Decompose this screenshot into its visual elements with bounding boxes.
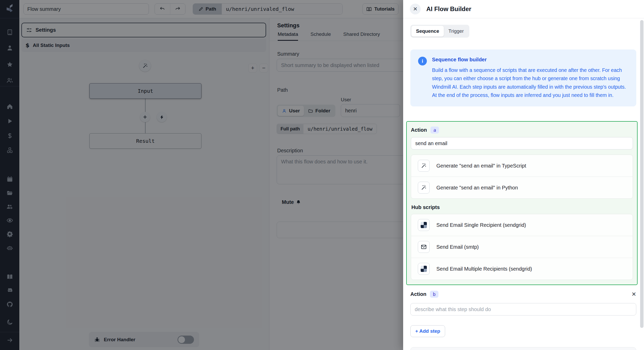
sequence-info-box: i Sequence flow builder Build a flow wit… [410, 49, 636, 106]
info-title: Sequence flow builder [432, 57, 628, 63]
ai-mode-tabs: Sequence Trigger [410, 25, 469, 38]
tab-trigger[interactable]: Trigger [444, 26, 468, 37]
remove-step-button[interactable]: ✕ [632, 291, 636, 298]
close-icon: ✕ [413, 6, 418, 12]
hub-scripts-header: Hub scripts [411, 204, 633, 210]
mail-icon [418, 241, 430, 253]
info-content: Sequence flow builder Build a flow with … [432, 57, 628, 99]
info-icon: i [418, 57, 427, 65]
action-b-header: Action b ✕ [410, 291, 636, 298]
hub-script-label: Send Email Single Recipient (sendgrid) [436, 222, 526, 228]
ai-flow-builder-panel: ✕ AI Flow Builder Sequence Trigger i Seq… [403, 0, 644, 350]
drawer-dim-overlay[interactable] [0, 0, 403, 350]
generate-suggestions-list: Generate "send an email" in TypeScript G… [411, 155, 633, 199]
suggestion-label: Generate "send an email" in TypeScript [436, 163, 526, 169]
action-a-label: Action [411, 127, 427, 133]
action-b-badge: b [430, 291, 438, 298]
add-step-button[interactable]: + Add step [410, 325, 445, 337]
suggestion-label: Generate "send an email" in Python [436, 185, 518, 191]
hub-scripts-list: Send Email Single Recipient (sendgrid) S… [411, 214, 633, 280]
list-item[interactable]: Generate "send an email" in TypeScript [411, 155, 633, 177]
add-step-label: + Add step [415, 328, 440, 334]
list-item[interactable]: Send Email (smtp) [411, 236, 633, 258]
tab-sequence[interactable]: Sequence [411, 26, 444, 37]
action-a-header: Action a [411, 126, 633, 134]
list-item[interactable]: Send Email Multiple Recipients (sendgrid… [411, 258, 633, 280]
close-button[interactable]: ✕ [410, 4, 421, 14]
sendgrid-icon [418, 263, 430, 275]
sendgrid-icon [418, 219, 430, 231]
ai-panel-title: AI Flow Builder [426, 5, 471, 13]
hub-script-label: Send Email (smtp) [436, 244, 479, 250]
wand-sparkles-icon [418, 182, 430, 194]
action-a-badge: a [430, 127, 439, 134]
list-item[interactable]: Send Email Single Recipient (sendgrid) [411, 214, 633, 236]
action-a-query-input[interactable] [411, 137, 633, 149]
next-section-box [410, 347, 636, 350]
info-body: Build a flow with a sequence of scripts … [432, 66, 628, 99]
panel-scrollbar[interactable] [640, 20, 643, 328]
ai-panel-header: ✕ AI Flow Builder [403, 0, 644, 18]
action-a-card: Action a Generate "send an email" in Typ… [406, 121, 638, 285]
hub-script-label: Send Email Multiple Recipients (sendgrid… [436, 266, 532, 272]
action-b-input[interactable] [410, 303, 636, 315]
wand-sparkles-icon [418, 160, 430, 172]
action-b-label: Action [410, 291, 426, 297]
list-item[interactable]: Generate "send an email" in Python [411, 177, 633, 198]
